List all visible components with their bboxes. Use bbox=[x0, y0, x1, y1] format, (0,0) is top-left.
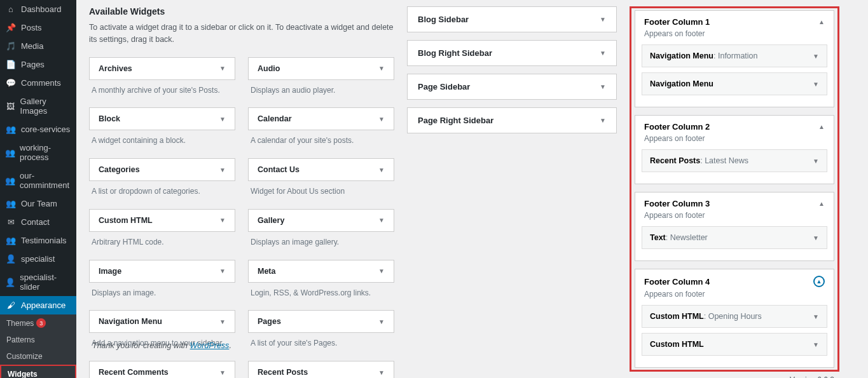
footer-widget-name: Text: Newsletter bbox=[650, 233, 708, 242]
chevron-down-icon: ▼ bbox=[600, 16, 606, 23]
sidebar-area[interactable]: Page Sidebar▼ bbox=[407, 74, 617, 100]
available-widget: Meta▼Login, RSS, & WordPress.org links. bbox=[248, 260, 394, 307]
chevron-down-icon: ▼ bbox=[378, 65, 385, 72]
sidebar-areas-column: Blog Sidebar▼Blog Right Sidebar▼Page Sid… bbox=[407, 6, 617, 372]
people-icon: 👥 bbox=[5, 176, 15, 186]
chevron-down-icon: ▼ bbox=[600, 117, 606, 124]
sidebar-area[interactable]: Blog Right Sidebar▼ bbox=[407, 40, 617, 66]
footer-inner: Text: Newsletter▼ bbox=[635, 226, 834, 260]
widget-box[interactable]: Image▼ bbox=[89, 260, 235, 283]
sidebar-item-specialist[interactable]: 👤specialist bbox=[0, 250, 76, 268]
footer-widget[interactable]: Navigation Menu: Information▼ bbox=[642, 44, 827, 67]
collapse-circle-icon[interactable]: ▲ bbox=[813, 276, 825, 287]
footer-columns-area: Footer Column 1▲Appears on footerNavigat… bbox=[630, 6, 839, 372]
footer-col-header[interactable]: Footer Column 1▲ bbox=[635, 11, 834, 29]
chevron-down-icon: ▼ bbox=[378, 166, 385, 173]
footer-col-header[interactable]: Footer Column 3▲ bbox=[635, 192, 834, 211]
footer-col-sub: Appears on footer bbox=[635, 290, 834, 305]
footer-col-header[interactable]: Footer Column 4▲ bbox=[635, 269, 834, 290]
sidebar-sub-themes[interactable]: Themes3 bbox=[0, 314, 76, 332]
chevron-up-icon: ▲ bbox=[818, 18, 825, 25]
widget-box[interactable]: Recent Posts▼ bbox=[248, 361, 394, 378]
widget-desc: A list or dropdown of categories. bbox=[89, 181, 235, 206]
widget-box[interactable]: Custom HTML▼ bbox=[89, 209, 235, 232]
footer-column: Footer Column 3▲Appears on footerText: N… bbox=[635, 192, 834, 261]
chevron-down-icon: ▼ bbox=[219, 318, 226, 325]
sidebar-item-core-services[interactable]: 👥core-services bbox=[0, 120, 76, 138]
footer-widget[interactable]: Navigation Menu▼ bbox=[642, 72, 827, 95]
chevron-down-icon: ▼ bbox=[600, 50, 606, 57]
available-widget: Block▼A widget containing a block. bbox=[89, 107, 235, 155]
chevron-down-icon: ▼ bbox=[378, 116, 385, 123]
sidebar-item-commitment[interactable]: 👥our-commintment bbox=[0, 166, 76, 194]
widget-name: Archives bbox=[99, 64, 132, 73]
available-widget: Calendar▼A calendar of your site's posts… bbox=[248, 107, 394, 155]
available-widget: Categories▼A list or dropdown of categor… bbox=[89, 158, 235, 206]
footer-widget-name: Custom HTML: Opening Hours bbox=[650, 312, 762, 321]
widget-name: Gallery bbox=[258, 216, 284, 225]
footer-inner: Custom HTML: Opening Hours▼Custom HTML▼ bbox=[635, 305, 834, 367]
sub-label: Themes bbox=[6, 319, 34, 328]
footer-col-sub: Appears on footer bbox=[635, 211, 834, 226]
available-widget: Image▼Displays an image. bbox=[89, 260, 235, 307]
widget-grid: Archives▼A monthly archive of your site'… bbox=[89, 57, 394, 379]
widget-name: Audio bbox=[258, 64, 280, 73]
widget-box[interactable]: Navigation Menu▼ bbox=[89, 310, 235, 333]
sidebar-item-testimonials[interactable]: 👥Testimonials bbox=[0, 231, 76, 250]
chevron-down-icon: ▼ bbox=[219, 65, 226, 72]
sidebar-sub-widgets[interactable]: Widgets bbox=[0, 365, 76, 378]
comment-icon: 💬 bbox=[5, 78, 17, 88]
widget-name: Recent Posts bbox=[258, 368, 308, 377]
area-title: Page Sidebar bbox=[418, 82, 470, 91]
sidebar-item-contact[interactable]: ✉Contact bbox=[0, 213, 76, 231]
sidebar-item-gallery[interactable]: 🖼Gallery Images bbox=[0, 92, 76, 120]
sidebar-item-dashboard[interactable]: ⌂Dashboard bbox=[0, 0, 76, 18]
widget-desc: A monthly archive of your site's Posts. bbox=[89, 80, 235, 105]
widget-box[interactable]: Categories▼ bbox=[89, 158, 235, 181]
chevron-down-icon: ▼ bbox=[219, 116, 226, 123]
sidebar-area[interactable]: Page Right Sidebar▼ bbox=[407, 107, 617, 133]
widget-name: Contact Us bbox=[258, 165, 300, 174]
sidebar-item-media[interactable]: 🎵Media bbox=[0, 37, 76, 55]
widget-name: Recent Comments bbox=[99, 368, 169, 377]
widget-box[interactable]: Block▼ bbox=[89, 107, 235, 130]
sidebar-label: Dashboard bbox=[21, 4, 62, 14]
chevron-down-icon: ▼ bbox=[378, 369, 385, 376]
sidebar-sub-customize[interactable]: Customize bbox=[0, 348, 76, 365]
widget-box[interactable]: Calendar▼ bbox=[248, 107, 394, 130]
wordpress-link[interactable]: WordPress bbox=[190, 341, 230, 350]
sidebar-item-appearance[interactable]: 🖌Appearance bbox=[0, 296, 76, 314]
available-widget: Audio▼Displays an audio player. bbox=[248, 57, 394, 105]
widget-box[interactable]: Meta▼ bbox=[248, 260, 394, 283]
footer-col-header[interactable]: Footer Column 2▲ bbox=[635, 116, 834, 134]
chevron-down-icon: ▼ bbox=[813, 313, 819, 320]
widget-box[interactable]: Pages▼ bbox=[248, 310, 394, 333]
widget-box[interactable]: Archives▼ bbox=[89, 57, 235, 80]
widget-box[interactable]: Audio▼ bbox=[248, 57, 394, 80]
widget-box[interactable]: Contact Us▼ bbox=[248, 158, 394, 181]
sidebar-sub-patterns[interactable]: Patterns bbox=[0, 332, 76, 348]
sidebar-item-specialist-slider[interactable]: 👤specialist-slider bbox=[0, 268, 76, 296]
widget-box[interactable]: Recent Comments▼ bbox=[89, 361, 235, 378]
footer-widget[interactable]: Custom HTML: Opening Hours▼ bbox=[642, 305, 827, 328]
widget-name: Calendar bbox=[258, 114, 292, 123]
widget-box[interactable]: Gallery▼ bbox=[248, 209, 394, 232]
sidebar-item-pages[interactable]: 📄Pages bbox=[0, 55, 76, 74]
footer-widget[interactable]: Recent Posts: Latest News▼ bbox=[642, 149, 827, 172]
sidebar-label: Our Team bbox=[21, 199, 57, 208]
footer-widget[interactable]: Text: Newsletter▼ bbox=[642, 226, 827, 249]
chevron-down-icon: ▼ bbox=[378, 217, 385, 224]
widget-name: Image bbox=[99, 267, 121, 276]
sidebar-area[interactable]: Blog Sidebar▼ bbox=[407, 6, 617, 32]
footer-col-title: Footer Column 2 bbox=[644, 122, 710, 132]
sidebar-item-team[interactable]: 👥Our Team bbox=[0, 194, 76, 213]
sidebar-item-comments[interactable]: 💬Comments bbox=[0, 74, 76, 92]
widget-name: Custom HTML bbox=[99, 216, 153, 225]
widget-name: Block bbox=[99, 114, 120, 123]
sidebar-item-working-process[interactable]: 👥working-process bbox=[0, 138, 76, 166]
footer-column: Footer Column 2▲Appears on footerRecent … bbox=[635, 115, 834, 184]
available-widget: Archives▼A monthly archive of your site'… bbox=[89, 57, 235, 105]
sidebar-item-posts[interactable]: 📌Posts bbox=[0, 18, 76, 37]
footer-widget[interactable]: Custom HTML▼ bbox=[642, 333, 827, 356]
footer-col-title: Footer Column 3 bbox=[644, 199, 710, 208]
